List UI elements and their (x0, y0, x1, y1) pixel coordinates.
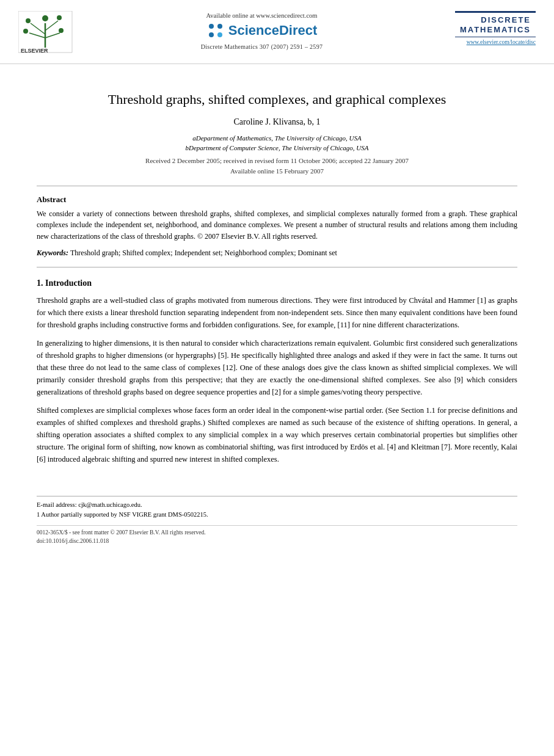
svg-point-10 (59, 28, 64, 33)
dm-box: DISCRETE MATHEMATICS (455, 11, 536, 37)
paragraph-2: In generalizing to higher dimensions, it… (37, 337, 517, 398)
main-content: Threshold graphs, shifted complexes, and… (0, 64, 554, 484)
abstract-text: We consider a variety of connections bet… (37, 208, 517, 242)
page-footer: 0012-365X/$ - see front matter © 2007 El… (37, 525, 517, 546)
received-dates: Received 2 December 2005; received in re… (37, 156, 517, 167)
available-online-date: Available online 15 February 2007 (37, 166, 517, 177)
svg-text:ELSEVIER: ELSEVIER (21, 48, 48, 54)
footer-line2: doi:10.1016/j.disc.2006.11.018 (37, 537, 517, 545)
svg-line-5 (45, 33, 60, 38)
journal-line: Discrete Mathematics 307 (2007) 2591 – 2… (201, 43, 323, 50)
svg-point-8 (57, 15, 62, 20)
keywords-list: Threshold graph; Shifted complex; Indepe… (70, 249, 337, 257)
paragraph-3: Shifted complexes are simplicial complex… (37, 404, 517, 465)
svg-point-14 (209, 32, 214, 37)
affiliation-a: aDepartment of Mathematics, The Universi… (37, 133, 517, 144)
section-1-title: 1. Introduction (37, 278, 517, 288)
dates: Received 2 December 2005; received in re… (37, 156, 517, 177)
sciencedirect-text: ScienceDirect (228, 23, 318, 38)
affiliation-b: bDepartment of Computer Science, The Uni… (37, 143, 517, 153)
svg-point-6 (42, 15, 48, 21)
footnote-email: E-mail address: cjk@math.uchicago.edu. (37, 500, 517, 511)
elsevier-logo-area: ELSEVIER (18, 11, 86, 57)
svg-line-2 (31, 23, 45, 34)
keywords-label: Keywords: (37, 249, 70, 257)
journal-url[interactable]: www.elsevier.com/locate/disc (467, 39, 536, 45)
paper-title: Threshold graphs, shifted complexes, and… (37, 91, 517, 109)
svg-point-12 (209, 24, 214, 29)
abstract-section: Abstract We consider a variety of connec… (37, 195, 517, 258)
divider-1 (37, 186, 517, 186)
svg-point-7 (26, 18, 31, 23)
author-name: Caroline J. Klivansa, b, 1 (234, 117, 321, 126)
abstract-title: Abstract (37, 195, 517, 205)
svg-line-4 (29, 33, 45, 38)
header-center: Available online at www.sciencedirect.co… (92, 11, 432, 50)
author-line: Caroline J. Klivansa, b, 1 (37, 117, 517, 127)
header: ELSEVIER Available online at www.science… (0, 0, 554, 64)
svg-point-9 (23, 29, 28, 34)
affiliations: aDepartment of Mathematics, The Universi… (37, 133, 517, 153)
journal-branding: DISCRETE MATHEMATICS www.elsevier.com/lo… (438, 11, 536, 45)
footnote-area: E-mail address: cjk@math.uchicago.edu. 1… (37, 496, 517, 521)
elsevier-logo-svg: ELSEVIER (18, 11, 73, 55)
keywords: Keywords: Threshold graph; Shifted compl… (37, 247, 517, 258)
divider-2 (37, 267, 517, 267)
footnote-1: 1 Author partially supported by NSF VIGR… (37, 510, 517, 520)
dm-title: DISCRETE (460, 15, 531, 25)
svg-line-3 (45, 21, 58, 31)
svg-point-13 (217, 24, 222, 29)
sciencedirect-logo: ScienceDirect (206, 21, 318, 40)
page: ELSEVIER Available online at www.science… (0, 0, 554, 756)
footer-line1: 0012-365X/$ - see front matter © 2007 El… (37, 528, 517, 537)
available-online-text: Available online at www.sciencedirect.co… (206, 12, 318, 19)
dm-subtitle: MATHEMATICS (460, 25, 531, 34)
sd-dots-icon (206, 21, 225, 40)
paragraph-1: Threshold graphs are a well-studied clas… (37, 294, 517, 331)
svg-point-15 (217, 32, 222, 37)
